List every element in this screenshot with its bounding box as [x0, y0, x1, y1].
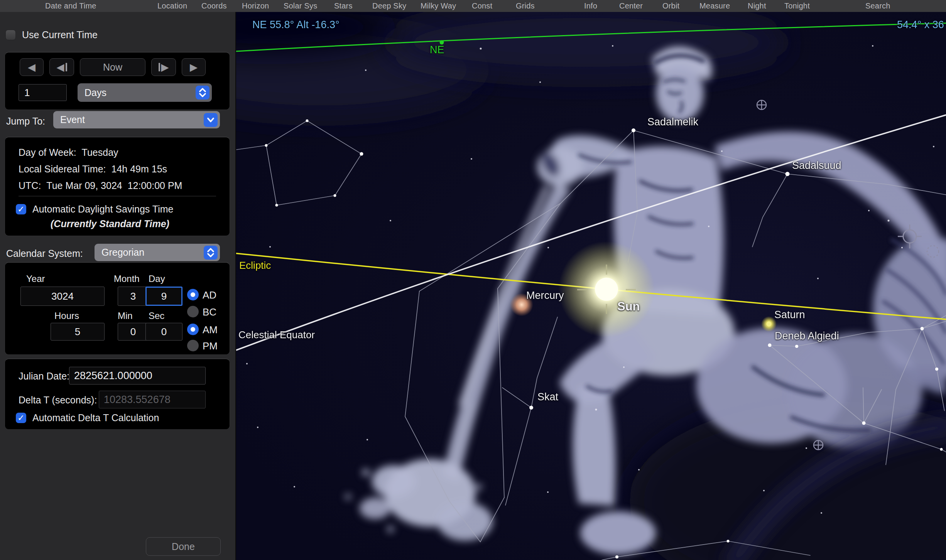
min-input[interactable] — [118, 323, 149, 341]
play-backward-button[interactable]: ◀ — [20, 58, 44, 76]
sky-canvas — [236, 12, 946, 560]
chevron-down-icon — [204, 113, 218, 127]
month-input[interactable] — [118, 287, 149, 306]
label-skat[interactable]: Skat — [537, 391, 558, 403]
calendar-system-value: Gregorian — [101, 247, 144, 258]
toolbar-item-measure[interactable]: Measure — [699, 2, 730, 10]
year-label: Year — [26, 273, 45, 284]
auto-delta-t-label: Automatic Delta T Calculation — [32, 412, 159, 423]
play-forward-button[interactable]: ▶ — [182, 58, 206, 76]
step-backward-button[interactable]: ◀ — [49, 58, 74, 76]
ampm-am-label: AM — [203, 324, 218, 336]
step-unit-select[interactable]: Days — [78, 83, 212, 102]
auto-delta-t-checkbox[interactable]: ✓ — [16, 413, 26, 423]
julian-date-label: Julian Date: — [19, 371, 69, 382]
step-forward-icon: ▶ — [161, 61, 169, 73]
era-ad-label: AD — [203, 289, 216, 301]
check-icon: ✓ — [17, 413, 24, 423]
divider — [19, 196, 216, 196]
auto-delta-t-row: ✓ Automatic Delta T Calculation — [16, 412, 159, 423]
time-info-box: Day of Week: Tuesday Local Sidereal Time… — [5, 137, 230, 236]
use-current-time-checkbox[interactable] — [5, 30, 16, 40]
label-saturn[interactable]: Saturn — [774, 309, 805, 321]
label-sadalsuud[interactable]: Sadalsuud — [792, 160, 841, 172]
toolbar-item-const[interactable]: Const — [472, 2, 492, 10]
sky-chart[interactable]: NE 55.8° Alt -16.3° 54.4° x 36 NE Eclipt… — [236, 12, 946, 560]
toolbar-item-coords[interactable]: Coords — [201, 2, 227, 10]
time-flow-box: ◀ ◀ Now ▶ ▶ Days — [5, 52, 230, 110]
step-unit-value: Days — [84, 87, 106, 98]
toolbar-item-stars[interactable]: Stars — [334, 2, 353, 10]
day-of-week-label: Day of Week: — [19, 147, 76, 158]
horizon-cardinal-label: NE — [430, 44, 444, 56]
star-sadalmelik[interactable] — [632, 128, 635, 132]
toolbar-item-night[interactable]: Night — [748, 2, 766, 10]
use-current-time-row: Use Current Time — [5, 29, 98, 40]
done-button-label: Done — [172, 541, 195, 552]
toolbar-item-orbit[interactable]: Orbit — [662, 2, 679, 10]
utc-label: UTC: — [19, 180, 41, 191]
toolbar-item-date-and-time[interactable]: Date and Time — [45, 2, 96, 10]
circle-plus-marker — [814, 440, 823, 450]
label-mercury[interactable]: Mercury — [526, 290, 564, 302]
ampm-pm-radio[interactable] — [187, 340, 199, 351]
up-down-stepper-icon — [204, 246, 218, 260]
calendar-system-select[interactable]: Gregorian — [95, 244, 220, 261]
julian-date-box: Julian Date: Delta T (seconds): ✓ Automa… — [5, 359, 230, 430]
delta-t-input — [99, 391, 206, 408]
done-button[interactable]: Done — [146, 537, 221, 556]
playback-controls: ◀ ◀ Now ▶ ▶ — [20, 58, 206, 76]
toolbar-item-deep-sky[interactable]: Deep Sky — [372, 2, 406, 10]
now-button[interactable]: Now — [80, 58, 145, 76]
hours-input[interactable] — [51, 323, 105, 341]
jump-to-select[interactable]: Event — [53, 111, 220, 128]
toolbar-item-tonight[interactable]: Tonight — [784, 2, 810, 10]
star-sadalsuud[interactable] — [786, 172, 790, 176]
star-deneb-algiedi[interactable] — [768, 344, 772, 347]
toolbar-item-search[interactable]: Search — [865, 2, 890, 10]
toolbar-item-milky-way[interactable]: Milky Way — [421, 2, 456, 10]
hours-label: Hours — [54, 310, 79, 321]
day-label: Day — [149, 273, 165, 284]
ampm-am-radio[interactable] — [187, 324, 199, 335]
dst-row: ✓ Automatic Daylight Savings Time — [16, 204, 173, 215]
step-amount-input[interactable] — [19, 84, 67, 101]
step-forward-button[interactable]: ▶ — [151, 58, 176, 76]
auto-dst-checkbox[interactable]: ✓ — [16, 204, 26, 214]
julian-date-input[interactable] — [69, 367, 206, 385]
now-button-label: Now — [103, 62, 122, 73]
jump-to-label: Jump To: — [6, 116, 45, 127]
sec-input[interactable] — [145, 323, 182, 341]
year-input[interactable] — [20, 287, 105, 306]
toolbar-item-solar-sys[interactable]: Solar Sys — [284, 2, 317, 10]
toolbar-item-info[interactable]: Info — [584, 2, 597, 10]
label-deneb-algiedi[interactable]: Deneb Algiedi — [775, 330, 839, 342]
toolbar-item-grids[interactable]: Grids — [516, 2, 535, 10]
toolbar-item-horizon[interactable]: Horizon — [242, 2, 269, 10]
day-of-week-row: Day of Week: Tuesday — [19, 147, 118, 158]
month-label: Month — [114, 273, 140, 284]
step-bar-icon — [159, 63, 160, 71]
toolbar-item-location[interactable]: Location — [157, 2, 187, 10]
step-backward-icon: ◀ — [57, 61, 64, 73]
sun-disk[interactable] — [595, 278, 618, 301]
era-bc-radio[interactable] — [187, 306, 199, 317]
dst-note: (Currently Standard Time) — [51, 218, 169, 229]
ampm-pm-label: PM — [203, 340, 218, 352]
jump-to-value: Event — [60, 114, 85, 125]
label-sun[interactable]: Sun — [617, 300, 640, 314]
label-sadalmelik[interactable]: Sadalmelik — [647, 116, 698, 128]
use-current-time-label: Use Current Time — [22, 29, 98, 40]
star-skat[interactable] — [529, 406, 533, 410]
utc-row: UTC: Tue Mar 09, 3024 12:00:00 PM — [19, 180, 182, 191]
day-input[interactable] — [145, 287, 182, 306]
auto-dst-label: Automatic Daylight Savings Time — [32, 204, 173, 215]
era-ad-radio[interactable] — [187, 289, 199, 300]
step-bar-icon — [66, 63, 67, 71]
day-of-week-value: Tuesday — [82, 147, 118, 158]
toolbar-item-center[interactable]: Center — [619, 2, 643, 10]
play-forward-icon: ▶ — [190, 61, 198, 73]
calendar-system-label: Calendar System: — [6, 248, 83, 259]
app-window: Date and Time Location Coords Horizon So… — [0, 0, 946, 560]
sec-label: Sec — [149, 310, 164, 321]
